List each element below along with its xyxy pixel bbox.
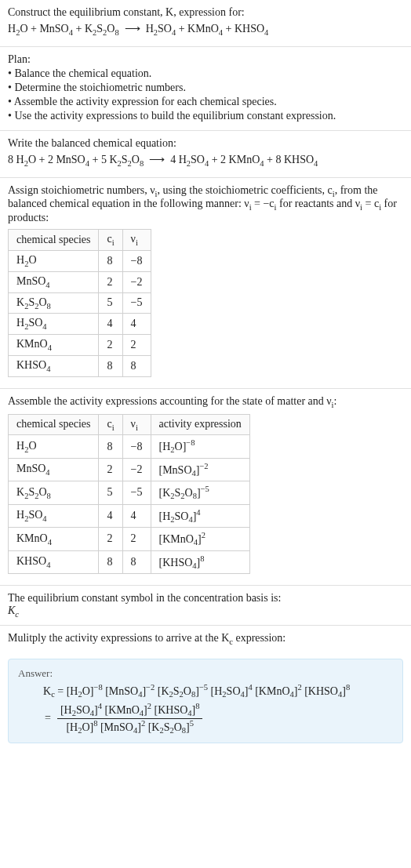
cell-vi: 8 — [122, 355, 151, 376]
title-line: Construct the equilibrium constant, K, e… — [8, 6, 403, 19]
col-vi: νi — [122, 414, 151, 435]
answer-label: Answer: — [18, 667, 393, 680]
cell-vi: 4 — [122, 504, 151, 527]
table-header-row: chemical species ci νi — [9, 230, 151, 251]
cell-vi: −2 — [122, 458, 151, 481]
table-row: H2O8−8[H2O]−8 — [9, 435, 250, 458]
col-vi: νi — [122, 230, 151, 251]
answer-line2: = [H2SO4]4 [KMnO4]2 [KHSO4]8 [H2O]8 [MnS… — [18, 702, 393, 735]
kc-symbol-block: The equilibrium constant symbol in the c… — [0, 586, 411, 626]
table-header-row: chemical species ci νi activity expressi… — [9, 414, 250, 435]
answer-fraction: [H2SO4]4 [KMnO4]2 [KHSO4]8 [H2O]8 [MnSO4… — [57, 702, 203, 735]
cell-expr: [KHSO4]8 — [151, 550, 249, 573]
cell-expr: [K2S2O8]−5 — [151, 481, 249, 504]
cell-species: H2O — [9, 250, 99, 271]
cell-ci: 4 — [99, 504, 122, 527]
cell-ci: 8 — [99, 550, 122, 573]
cell-species: K2S2O8 — [9, 481, 99, 504]
cell-vi: −5 — [122, 292, 151, 314]
fraction-numerator: [H2SO4]4 [KMnO4]2 [KHSO4]8 — [57, 702, 203, 717]
balanced-label: Write the balanced chemical equation: — [8, 137, 403, 150]
plan-label: Plan: — [8, 53, 403, 66]
cell-species: K2S2O8 — [9, 292, 99, 314]
plan-block: Plan: • Balance the chemical equation. •… — [0, 47, 411, 131]
cell-vi: 8 — [122, 550, 151, 573]
kc-symbol: Kc — [8, 605, 403, 619]
col-species: chemical species — [9, 414, 99, 435]
cell-species: MnSO4 — [9, 458, 99, 481]
table-row: KHSO488[KHSO4]8 — [9, 550, 250, 573]
cell-vi: 4 — [122, 314, 151, 335]
cell-ci: 5 — [99, 292, 122, 314]
cell-vi: 2 — [122, 528, 151, 550]
cell-species: H2SO4 — [9, 504, 99, 527]
cell-expr: [H2O]−8 — [151, 435, 249, 458]
plan-bullet-3: • Assemble the activity expression for e… — [8, 96, 403, 108]
plan-bullet-2: • Determine the stoichiometric numbers. — [8, 82, 403, 94]
activity-intro: Assemble the activity expressions accoun… — [8, 395, 403, 409]
balanced-block: Write the balanced chemical equation: 8 … — [0, 131, 411, 178]
cell-ci: 2 — [99, 528, 122, 550]
cell-ci: 5 — [99, 481, 122, 504]
cell-vi: −2 — [122, 271, 151, 292]
cell-ci: 2 — [99, 458, 122, 481]
table-row: KHSO488 — [9, 355, 151, 376]
table-row: KMnO422 — [9, 335, 151, 356]
unbalanced-equation: H2O + MnSO4 + K2S2O8 ⟶ H2SO4 + KMnO4 + K… — [8, 22, 403, 37]
cell-species: KHSO4 — [9, 355, 99, 376]
cell-species: H2SO4 — [9, 314, 99, 335]
plan-bullet-1: • Balance the chemical equation. — [8, 67, 403, 80]
answer-box: Answer: Kc = [H2O]−8 [MnSO4]−2 [K2S2O8]−… — [8, 659, 403, 743]
cell-expr: [KMnO4]2 — [151, 528, 249, 550]
balanced-equation: 8 H2O + 2 MnSO4 + 5 K2S2O8 ⟶ 4 H2SO4 + 2… — [8, 153, 403, 168]
table-row: MnSO42−2[MnSO4]−2 — [9, 458, 250, 481]
col-expr: activity expression — [151, 414, 249, 435]
cell-expr: [H2SO4]4 — [151, 504, 249, 527]
cell-species: KMnO4 — [9, 528, 99, 550]
table-row: K2S2O85−5 — [9, 292, 151, 314]
cell-ci: 8 — [99, 435, 122, 458]
cell-species: MnSO4 — [9, 271, 99, 292]
col-ci: ci — [99, 414, 122, 435]
cell-vi: −8 — [122, 435, 151, 458]
cell-species: KHSO4 — [9, 550, 99, 573]
title-text: Construct the equilibrium constant, K, e… — [8, 6, 245, 18]
cell-ci: 8 — [99, 355, 122, 376]
cell-ci: 2 — [99, 271, 122, 292]
multiply-block: Mulitply the activity expressions to arr… — [0, 626, 411, 652]
answer-line1: Kc = [H2O]−8 [MnSO4]−2 [K2S2O8]−5 [H2SO4… — [18, 683, 393, 699]
table-row: KMnO422[KMnO4]2 — [9, 528, 250, 550]
cell-ci: 2 — [99, 335, 122, 356]
kc-symbol-label: The equilibrium constant symbol in the c… — [8, 592, 403, 605]
table-row: MnSO42−2 — [9, 271, 151, 292]
cell-species: KMnO4 — [9, 335, 99, 356]
cell-ci: 4 — [99, 314, 122, 335]
col-species: chemical species — [9, 230, 99, 251]
table-row: H2SO444 — [9, 314, 151, 335]
cell-vi: −5 — [122, 481, 151, 504]
table-row: H2SO444[H2SO4]4 — [9, 504, 250, 527]
header-block: Construct the equilibrium constant, K, e… — [0, 0, 411, 47]
cell-vi: −8 — [122, 250, 151, 271]
col-ci: ci — [99, 230, 122, 251]
stoich-block: Assign stoichiometric numbers, νi, using… — [0, 178, 411, 389]
stoich-table: chemical species ci νi H2O8−8 MnSO42−2 K… — [8, 229, 151, 377]
stoich-intro: Assign stoichiometric numbers, νi, using… — [8, 184, 403, 225]
cell-expr: [MnSO4]−2 — [151, 458, 249, 481]
cell-ci: 8 — [99, 250, 122, 271]
activity-block: Assemble the activity expressions accoun… — [0, 389, 411, 586]
equals-sign: = — [43, 712, 53, 725]
table-row: K2S2O85−5[K2S2O8]−5 — [9, 481, 250, 504]
table-row: H2O8−8 — [9, 250, 151, 271]
multiply-label: Mulitply the activity expressions to arr… — [8, 632, 403, 646]
plan-bullet-4: • Use the activity expressions to build … — [8, 110, 403, 122]
fraction-denominator: [H2O]8 [MnSO4]2 [K2S2O8]5 — [57, 718, 203, 735]
cell-vi: 2 — [122, 335, 151, 356]
activity-table: chemical species ci νi activity expressi… — [8, 414, 250, 575]
cell-species: H2O — [9, 435, 99, 458]
